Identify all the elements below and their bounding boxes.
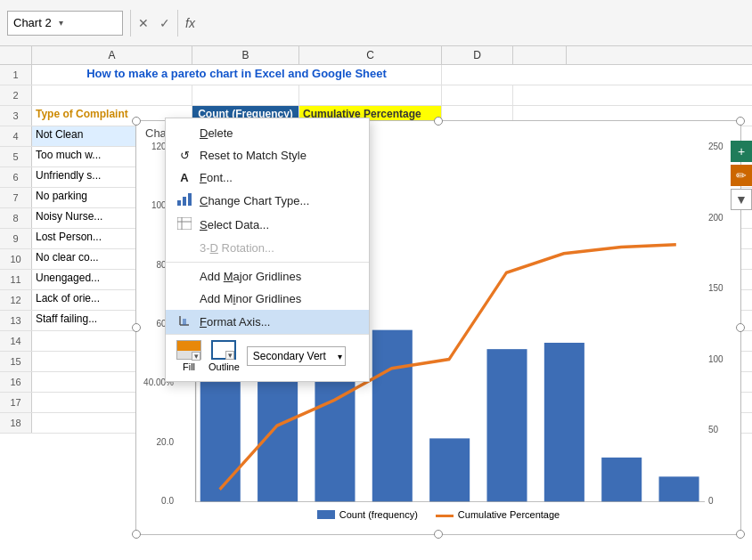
- menu-item-add-minor[interactable]: Add Minor Gridlines: [166, 288, 369, 310]
- grid-body: 1 How to make a pareto chart in Excel an…: [0, 65, 752, 560]
- cell-2d[interactable]: [442, 85, 513, 105]
- row-num-17: 17: [0, 393, 32, 412]
- formula-icons: ✕ ✓: [138, 16, 170, 30]
- chart-legend: Count (frequency) Cumulative Percentage: [136, 506, 740, 523]
- confirm-icon[interactable]: ✓: [159, 16, 170, 30]
- col-header-b[interactable]: B: [192, 46, 299, 64]
- fill-button[interactable]: ▾ Fill: [176, 340, 201, 372]
- title-cell[interactable]: How to make a pareto chart in Excel and …: [32, 65, 442, 85]
- reset-icon: ↺: [176, 149, 192, 162]
- legend-bar-label: Count (frequency): [339, 509, 418, 520]
- chart-handle-left[interactable]: [132, 323, 141, 332]
- name-box[interactable]: Chart 2 ▾: [7, 11, 123, 36]
- menu-item-select-data[interactable]: Select Data...: [166, 213, 369, 237]
- add-chart-element-button[interactable]: +: [731, 141, 752, 162]
- menu-label-delete: Delete: [200, 126, 233, 140]
- name-box-value: Chart 2: [13, 16, 52, 29]
- menu-label-format-axis: Format Axis...: [200, 315, 270, 329]
- row-num-16: 16: [0, 372, 32, 392]
- svg-rect-8: [183, 319, 186, 325]
- formula-bar: Chart 2 ▾ ✕ ✓ fx: [0, 0, 752, 46]
- chart-filter-button[interactable]: ▼: [731, 189, 752, 210]
- row-num-4: 4: [0, 126, 32, 146]
- spreadsheet: A B C D 1 How to make a pareto chart in …: [0, 46, 752, 560]
- menu-label-reset: Reset to Match Style: [200, 149, 307, 162]
- axis-select-wrapper: Secondary Vert Primary Vert: [247, 346, 346, 366]
- chart-handle-right[interactable]: [736, 323, 745, 332]
- chart-handle-bl[interactable]: [132, 530, 141, 539]
- menu-item-3d-rotation: 3-D Rotation...: [166, 237, 369, 259]
- table-row: 2: [0, 85, 752, 106]
- chart-handle-bottom[interactable]: [434, 530, 443, 539]
- menu-label-font: Font...: [200, 171, 233, 184]
- chart-handle-tl[interactable]: [132, 117, 141, 126]
- outline-label: Outline: [208, 361, 240, 372]
- context-menu: Delete ↺ Reset to Match Style A Font... …: [165, 118, 370, 382]
- menu-label-add-minor: Add Minor Gridlines: [200, 292, 301, 305]
- chart-handle-br[interactable]: [736, 530, 745, 539]
- col-header-d[interactable]: D: [442, 46, 513, 64]
- menu-item-font[interactable]: A Font...: [166, 166, 369, 189]
- axis-select[interactable]: Secondary Vert Primary Vert: [247, 346, 346, 366]
- outline-button[interactable]: ▾ Outline: [208, 340, 240, 372]
- cell-2c[interactable]: [299, 85, 442, 105]
- menu-item-reset[interactable]: ↺ Reset to Match Style: [166, 144, 369, 166]
- row-num-12: 12: [0, 290, 32, 310]
- legend-bar-color: [317, 510, 335, 519]
- chart-type-icon: [176, 193, 192, 208]
- y-right-v5: 0: [708, 496, 740, 506]
- row-num-18: 18: [0, 413, 32, 433]
- outline-dropdown-arrow[interactable]: ▾: [225, 351, 234, 360]
- col-header-c[interactable]: C: [299, 46, 442, 64]
- row-num-8: 8: [0, 208, 32, 228]
- menu-item-change-chart[interactable]: Change Chart Type...: [166, 189, 369, 213]
- legend-line-color: [436, 515, 454, 517]
- row-num-5: 5: [0, 147, 32, 166]
- font-icon: A: [176, 171, 192, 184]
- formula-input[interactable]: [202, 16, 745, 29]
- table-row: 1 How to make a pareto chart in Excel an…: [0, 65, 752, 85]
- cell-2b[interactable]: [192, 85, 299, 105]
- chart-button-group: + ✏ ▼: [731, 141, 752, 210]
- fill-dropdown-arrow[interactable]: ▾: [192, 352, 200, 361]
- menu-label-add-major: Add Major Gridlines: [200, 270, 301, 283]
- format-axis-icon: [176, 314, 192, 329]
- y-right-v3: 100: [708, 354, 740, 364]
- menu-separator-1: [166, 262, 369, 263]
- row-num-14: 14: [0, 331, 32, 351]
- row-num-1: 1: [0, 65, 32, 85]
- chart-handle-top[interactable]: [434, 117, 443, 126]
- menu-item-delete[interactable]: Delete: [166, 122, 369, 144]
- select-data-icon: [176, 217, 192, 232]
- fx-icon: fx: [185, 16, 195, 30]
- col-header-e[interactable]: [513, 46, 567, 64]
- col-header-a[interactable]: A: [32, 46, 192, 64]
- legend-line-label: Cumulative Percentage: [458, 509, 560, 520]
- fill-label: Fill: [183, 361, 195, 372]
- col-headers: A B C D: [0, 46, 752, 65]
- row-num-15: 15: [0, 352, 32, 371]
- name-box-dropdown-icon[interactable]: ▾: [59, 18, 63, 28]
- menu-label-select-data: Select Data...: [200, 218, 269, 231]
- y-right-v1: 200: [708, 213, 740, 223]
- row-header-spacer: [0, 46, 32, 64]
- row-num-3: 3: [0, 106, 32, 126]
- y-left-v5: 20.0: [138, 437, 174, 447]
- bar-8: [601, 458, 642, 502]
- chart-style-button[interactable]: ✏: [731, 165, 752, 186]
- y-right-v2: 150: [708, 283, 740, 293]
- svg-rect-3: [177, 217, 192, 230]
- menu-item-format-axis[interactable]: Format Axis...: [166, 310, 369, 334]
- chart-handle-tr[interactable]: [736, 117, 745, 126]
- cancel-icon[interactable]: ✕: [138, 16, 149, 30]
- fill-icon: ▾: [176, 340, 201, 360]
- y-right-v4: 50: [708, 425, 740, 434]
- svg-rect-1: [183, 197, 186, 206]
- row-num-11: 11: [0, 270, 32, 289]
- bar-6: [486, 349, 527, 502]
- menu-item-add-major[interactable]: Add Major Gridlines: [166, 265, 369, 288]
- bar-4: [372, 330, 413, 502]
- cell-2a[interactable]: [32, 85, 192, 105]
- menu-toolbar: ▾ Fill ▾ Outline Secondary Vert Primary …: [166, 334, 369, 377]
- menu-label-3d: 3-D Rotation...: [200, 241, 274, 255]
